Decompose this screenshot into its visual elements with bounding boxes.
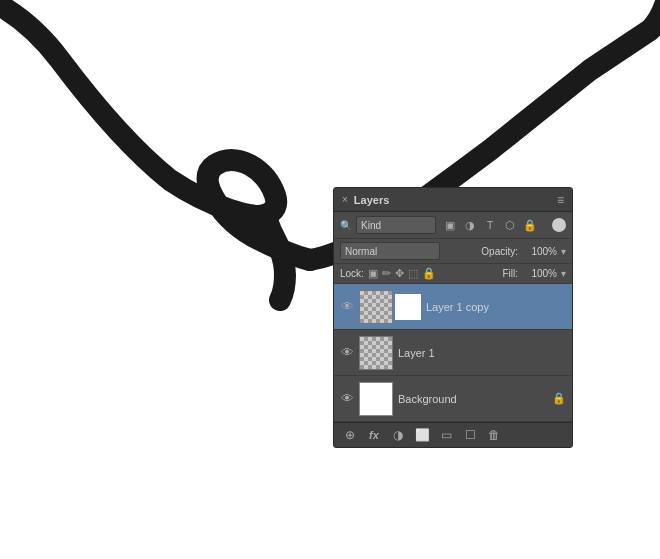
opacity-value[interactable]: 100% xyxy=(522,246,557,257)
layer-item-layer1copy[interactable]: 👁 Layer 1 copy xyxy=(334,284,572,330)
lock-row: Lock: ▣ ✏ ✥ ⬚ 🔒 Fill: 100% ▾ xyxy=(334,264,572,284)
filter-type-icon[interactable]: T xyxy=(482,219,498,231)
mask-button[interactable]: ⬜ xyxy=(412,428,432,442)
opacity-arrow[interactable]: ▾ xyxy=(561,246,566,257)
layer-thumb-layer1copy xyxy=(359,290,393,324)
layer-mask-layer1copy xyxy=(395,294,421,320)
filter-lock-icon[interactable]: 🔒 xyxy=(522,219,538,232)
filter-row: 🔍 Kind ▣ ◑ T ⬡ 🔒 xyxy=(334,212,572,239)
layer-visibility-layer1[interactable]: 👁 xyxy=(340,345,354,360)
layer-item-layer1[interactable]: 👁 Layer 1 xyxy=(334,330,572,376)
lock-label: Lock: xyxy=(340,268,364,279)
fx-button[interactable]: fx xyxy=(364,429,384,441)
filter-toggle-circle[interactable] xyxy=(552,218,566,232)
filter-icons: ▣ ◑ T ⬡ 🔒 xyxy=(442,219,538,232)
kind-select[interactable]: Kind xyxy=(356,216,436,234)
panel-title: Layers xyxy=(354,194,389,206)
layer-name-background: Background xyxy=(398,393,547,405)
fill-value[interactable]: 100% xyxy=(522,268,557,279)
link-button[interactable]: ⊕ xyxy=(340,428,360,442)
adjustment-button[interactable]: ◑ xyxy=(388,428,408,442)
layer-name-layer1: Layer 1 xyxy=(398,347,566,359)
opacity-label: Opacity: xyxy=(481,246,518,257)
blend-row: Normal Opacity: 100% ▾ xyxy=(334,239,572,264)
filter-adjust-icon[interactable]: ◑ xyxy=(462,219,478,232)
filter-pixel-icon[interactable]: ▣ xyxy=(442,219,458,232)
layer-thumb-background xyxy=(359,382,393,416)
filter-smart-icon[interactable]: ⬡ xyxy=(502,219,518,232)
lock-paint-button[interactable]: ✏ xyxy=(382,267,391,280)
panel-header: × Layers ≡ xyxy=(334,188,572,212)
new-layer-button[interactable]: ☐ xyxy=(460,428,480,442)
layer-visibility-background[interactable]: 👁 xyxy=(340,391,354,406)
folder-button[interactable]: ▭ xyxy=(436,428,456,442)
layer-lock-background: 🔒 xyxy=(552,392,566,405)
panel-menu-button[interactable]: ≡ xyxy=(557,193,564,207)
delete-button[interactable]: 🗑 xyxy=(484,428,504,442)
layer-name-layer1copy: Layer 1 copy xyxy=(426,301,566,313)
layers-panel: × Layers ≡ 🔍 Kind ▣ ◑ T ⬡ 🔒 Normal Opaci… xyxy=(333,187,573,448)
lock-transparent-button[interactable]: ▣ xyxy=(368,267,378,280)
panel-header-left: × Layers xyxy=(342,194,389,206)
layer-visibility-layer1copy[interactable]: 👁 xyxy=(340,299,354,314)
filter-search-icon: 🔍 xyxy=(340,220,352,231)
lock-all-button[interactable]: 🔒 xyxy=(422,267,436,280)
lock-artboard-button[interactable]: ✥ xyxy=(395,267,404,280)
blend-mode-select[interactable]: Normal xyxy=(340,242,440,260)
bottom-toolbar: ⊕ fx ◑ ⬜ ▭ ☐ 🗑 xyxy=(334,422,572,447)
layer-item-background[interactable]: 👁 Background 🔒 xyxy=(334,376,572,422)
panel-close-button[interactable]: × xyxy=(342,194,348,205)
lock-position-button[interactable]: ⬚ xyxy=(408,267,418,280)
fill-arrow[interactable]: ▾ xyxy=(561,268,566,279)
layer-thumb-layer1 xyxy=(359,336,393,370)
fill-label: Fill: xyxy=(502,268,518,279)
